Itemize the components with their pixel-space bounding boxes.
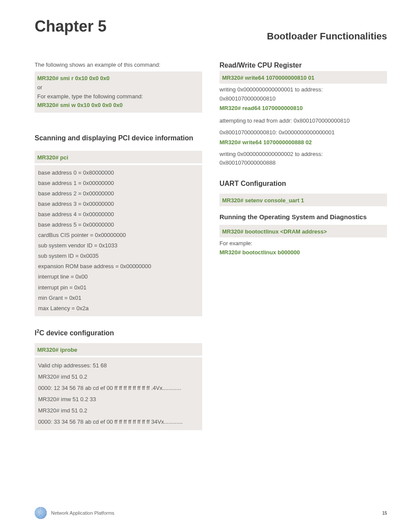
uart-heading: UART Configuration: [219, 180, 387, 188]
pci-scan-heading: Scanning and displaying PCI device infor…: [35, 134, 202, 142]
pci-cmd: MR320# pci: [37, 153, 199, 162]
i2c-line: Valid chip addresses: 51 68: [38, 360, 199, 371]
write64-cmd2: MR320# write64 1070000000888 02: [219, 138, 387, 147]
pci-line: max Latency = 0x2a: [38, 303, 199, 314]
uart-cmd-block: MR320# setenv console_uart 1: [219, 194, 387, 206]
rw-output-line: attempting to read from addr: 0x80010700…: [219, 117, 387, 126]
for-example-text: For example:: [219, 239, 387, 248]
page-number: 15: [382, 511, 387, 516]
pci-output-block: base address 0 = 0x80000000 base address…: [35, 165, 202, 316]
brand-logo-icon: [35, 507, 47, 519]
for-example-text: For example, type the following command:: [37, 92, 199, 101]
write64-cmd1: MR320# write64 1070000000810 01: [222, 74, 384, 83]
run-os-heading: Running the Operating System and Diagnos…: [219, 213, 387, 221]
rw-output-line: 0x8001070000000810: 0x0000000000000001: [219, 128, 387, 137]
rw-cpu-heading: Read/Write CPU Register: [219, 62, 387, 69]
pci-line: sub system ID = 0x0035: [38, 251, 199, 261]
right-column: Read/Write CPU Register MR320# write64 1…: [219, 62, 387, 430]
smi-read-cmd: MR320# smi r 0x10 0x0 0x0: [37, 74, 199, 83]
iprobe-cmd-block: MR320# iprobe: [35, 343, 202, 356]
intro-text: The following shows an example of this c…: [35, 62, 202, 68]
pci-line: interrupt line = 0x00: [38, 272, 199, 282]
chapter-title: Chapter 5: [35, 17, 106, 36]
rw-output-line: 0x8001070000000888: [219, 159, 387, 168]
pci-line: min Grant = 0x01: [38, 293, 199, 303]
bootoctlinux-example-cmd: MR320# bootoctlinux b000000: [219, 248, 387, 257]
rw-output-line: writing 0x0000000000000002 to address:: [219, 150, 387, 159]
pci-line: interrupt pin = 0x01: [38, 282, 199, 293]
rw-output-line: writing 0x0000000000000001 to address:: [219, 85, 387, 94]
i2c-heading: I2C device configuration: [35, 328, 202, 337]
pci-line: base address 2 = 0x00000000: [38, 188, 199, 199]
write64-cmd1-block: MR320# write64 1070000000810 01: [219, 71, 387, 84]
i2c-line: 0000: 33 34 56 78 ab cd ef 00 ff ff ff f…: [38, 416, 199, 428]
read64-cmd: MR320# read64 1070000000810: [219, 104, 387, 113]
i2c-heading-post: C device configuration: [39, 329, 114, 337]
or-text: or: [37, 83, 199, 92]
i2c-line: MR320# imd 51 0.2: [38, 371, 199, 383]
footer-text: Network Application Platforms: [51, 510, 114, 516]
smi-write-cmd: MR320# smi w 0x10 0x0 0x0 0x0: [37, 101, 199, 110]
pci-line: base address 5 = 0x00000000: [38, 220, 199, 230]
uart-cmd: MR320# setenv console_uart 1: [222, 196, 384, 205]
pci-line: base address 0 = 0x80000000: [38, 168, 199, 178]
left-column: The following shows an example of this c…: [35, 62, 202, 430]
i2c-line: 0000: 12 34 56 78 ab cd ef 00 ff ff ff f…: [38, 383, 199, 394]
rw-output-line: 0x8001070000000810: [219, 94, 387, 104]
page-header: Chapter 5 Bootloader Functionalities: [35, 17, 387, 36]
page-footer: Network Application Platforms 15: [35, 507, 387, 519]
pci-line: sub system vendor ID = 0x1033: [38, 240, 199, 251]
footer-left: Network Application Platforms: [35, 507, 114, 519]
bootoctlinux-cmd: MR320# bootoctlinux <DRAM address>: [222, 227, 384, 237]
pci-line: expansion ROM base address = 0x00000000: [38, 261, 199, 272]
iprobe-cmd: MR320# iprobe: [37, 346, 199, 355]
pci-line: base address 4 = 0x00000000: [38, 209, 199, 220]
pci-line: base address 3 = 0x00000000: [38, 199, 199, 209]
chapter-subtitle: Bootloader Functionalities: [267, 31, 387, 42]
pci-cmd-block: MR320# pci: [35, 151, 202, 163]
pci-line: cardBus CIS pointer = 0x00000000: [38, 230, 199, 240]
smi-command-block: MR320# smi r 0x10 0x0 0x0 or For example…: [35, 71, 202, 113]
content-columns: The following shows an example of this c…: [35, 62, 387, 430]
pci-line: base address 1 = 0x00000000: [38, 178, 199, 188]
i2c-line: MR320# imd 51 0.2: [38, 405, 199, 416]
i2c-output-block: Valid chip addresses: 51 68 MR320# imd 5…: [35, 357, 202, 430]
bootoctlinux-cmd-block: MR320# bootoctlinux <DRAM address>: [219, 225, 387, 237]
i2c-line: MR320# imw 51 0.2 33: [38, 394, 199, 405]
